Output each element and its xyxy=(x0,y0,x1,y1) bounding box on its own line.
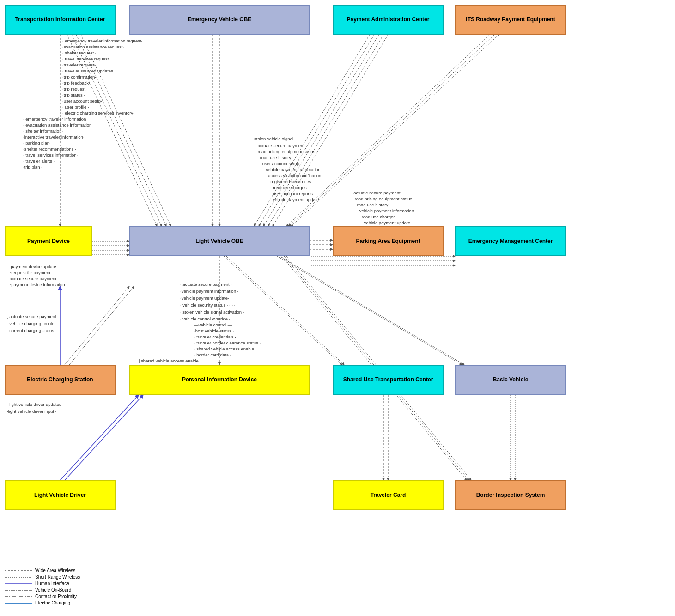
label-stolen-vehicle: stolen vehicle signal xyxy=(254,136,293,141)
legend-electric-charging: Electric Charging xyxy=(5,600,80,605)
label-veh-payment-info: · vehicle payment information · xyxy=(263,167,323,172)
label-lvd-input: ·light vehicle driver input · xyxy=(7,409,56,414)
node-pd: Payment Device xyxy=(5,226,92,256)
label-interactive-trav: ·interactive traveler information· xyxy=(23,134,85,139)
label-stolen-veh-sig: · stolen vehicle signal activation · xyxy=(180,309,244,314)
legend-label-wide-area: Wide Area Wireless xyxy=(35,568,75,573)
label-user-acct-setup2: ·user account setup · xyxy=(261,161,302,166)
label-pd-update: · payment device update— xyxy=(8,264,61,269)
legend-label-contact: Contact or Proximity xyxy=(35,594,77,599)
label-access-violation: · access violation notification · xyxy=(266,173,324,178)
node-pd-label: Payment Device xyxy=(27,238,70,245)
label-registered-ids: · registered secureIDs · xyxy=(268,179,313,184)
label-trav-cred: · traveler credentials · xyxy=(194,334,236,339)
label-veh-payment-upd: · vehicle payment update · xyxy=(270,197,322,202)
node-bv: Basic Vehicle xyxy=(455,365,566,395)
node-bis-label: Border Inspection System xyxy=(476,492,545,499)
label-traveler-sourced: · traveler sourced updates xyxy=(62,68,113,73)
legend: Wide Area Wireless Short Range Wireless … xyxy=(5,568,80,607)
svg-line-31 xyxy=(277,256,462,365)
label-parking-plan: · parking plan· xyxy=(23,140,51,145)
label-actuate-sec4: ; actuate secure payment· xyxy=(7,314,57,319)
legend-label-short-range: Short Range Wireless xyxy=(35,574,80,580)
label-lvd-updates: · light vehicle driver updates · xyxy=(7,402,64,407)
label-road-use-charges: · road use charges · xyxy=(270,185,309,190)
label-trip-status: ·trip status · xyxy=(62,92,85,97)
svg-line-26 xyxy=(65,286,129,365)
diagram-container: · emergency traveler information request… xyxy=(0,0,675,616)
svg-line-36 xyxy=(60,395,139,480)
node-bis: Border Inspection System xyxy=(455,480,566,510)
label-road-use-chg2: ·road use charges · xyxy=(360,214,398,219)
node-lvd: Light Vehicle Driver xyxy=(5,480,116,510)
label-actuate-pay: ·actuate secure payment· xyxy=(8,276,58,281)
legend-label-human: Human Interface xyxy=(35,581,69,586)
label-border-clear: · traveler border clearance status · xyxy=(194,340,261,345)
label-current-charging: · current charging status xyxy=(7,328,54,333)
node-lvo-label: Light Vehicle OBE xyxy=(195,238,243,245)
legend-human-interface: Human Interface xyxy=(5,581,80,586)
node-pae-label: Parking Area Equipment xyxy=(356,238,420,245)
node-irpe-label: ITS Roadway Payment Equipment xyxy=(466,16,555,24)
label-travel-services-info: · travel services information· xyxy=(23,152,78,157)
node-emc: Emergency Management Center xyxy=(455,226,566,256)
node-tic-label: Transportation Information Center xyxy=(15,16,105,24)
label-road-pricing2: ·road pricing equipment status · xyxy=(353,196,415,201)
label-veh-pay-info3: ·vehicle payment information · xyxy=(180,289,238,294)
node-lvd-label: Light Vehicle Driver xyxy=(34,492,86,499)
node-pid-label: Personal Information Device xyxy=(182,376,257,384)
legend-label-electric: Electric Charging xyxy=(35,600,70,605)
label-actuate-secure2: · actuate secure payment · xyxy=(351,190,403,195)
node-pid: Personal Information Device xyxy=(129,365,310,395)
label-travel-services-req: · travel services request· xyxy=(62,56,110,61)
node-evo-label: Emergency Vehicle OBE xyxy=(188,16,252,24)
label-shared-access2: | shared vehicle access enable xyxy=(139,358,199,363)
label-road-use-hist2: ·road use history · xyxy=(356,202,391,207)
label-shared-access: · shared vehicle access enable xyxy=(194,346,254,351)
label-road-pricing-status: ·road pricing equipment status · xyxy=(256,149,318,154)
label-evacuation-req: ·evacuation assistance request· xyxy=(62,44,124,49)
node-ecs-label: Electric Charging Station xyxy=(27,376,93,384)
label-veh-sec-status: · vehicle security status · · · · · xyxy=(180,302,238,308)
label-user-profile: · user profile · xyxy=(62,104,89,109)
label-actuate-secure: ·actuate secure payment · xyxy=(256,143,307,148)
node-tic: Transportation Information Center xyxy=(5,5,116,35)
label-shelter-info: · shelter information· xyxy=(23,128,63,133)
label-veh-pay-upd2: ·vehicle payment update· xyxy=(363,220,412,225)
label-actuate-sec3: · actuate secure payment · xyxy=(180,282,232,287)
label-traveler-alerts: · traveler alerts · xyxy=(23,158,55,163)
label-veh-pay-upd3: ·vehicle payment update· xyxy=(180,296,229,301)
node-ecs: Electric Charging Station xyxy=(5,365,116,395)
legend-short-range: Short Range Wireless xyxy=(5,574,80,580)
label-evac-assist-info: · evacuation assistance information xyxy=(23,122,91,127)
label-trip-req: ·trip request· xyxy=(62,86,87,91)
label-req-payment: ·*request for payment· xyxy=(8,270,51,275)
label-emergency-traveler-req: · emergency traveler information request… xyxy=(62,38,142,43)
node-pae: Parking Area Equipment xyxy=(333,226,444,256)
label-shelter-rec: ·shelter recommendations · xyxy=(23,146,76,151)
label-veh-charging: · vehicle charging profile· xyxy=(7,321,55,326)
label-user-account: ·user account setup· xyxy=(62,98,102,103)
label-road-use-hist: ·road use history · xyxy=(259,155,294,160)
label-veh-ctrl: —vehicle control — xyxy=(194,322,232,327)
node-tc: Traveler Card xyxy=(333,480,444,510)
node-irpe: ITS Roadway Payment Equipment xyxy=(455,5,566,35)
label-user-acct-reports: · user account reports · xyxy=(270,191,315,196)
connection-lines xyxy=(0,0,675,616)
node-tc-label: Traveler Card xyxy=(371,492,406,499)
label-shelter-req: · shelter request · xyxy=(62,50,96,55)
label-trip-confirm: ·trip confirmation· xyxy=(62,74,96,79)
svg-line-27 xyxy=(69,286,134,365)
legend-contact-proximity: Contact or Proximity xyxy=(5,594,80,599)
node-pac: Payment Administration Center xyxy=(333,5,444,35)
label-border-card: · border card data · xyxy=(194,352,231,357)
svg-line-37 xyxy=(65,395,143,480)
label-trip-feedback: ·trip feedback· xyxy=(62,80,90,85)
node-pac-label: Payment Administration Center xyxy=(347,16,430,24)
label-veh-ctrl-override: · vehicle control override · xyxy=(180,316,230,321)
legend-wide-area-wireless: Wide Area Wireless xyxy=(5,568,80,573)
svg-line-32 xyxy=(280,256,464,365)
node-lvo: Light Vehicle OBE xyxy=(129,226,310,256)
label-ecs-inventory: · electric charging services inventory· xyxy=(62,110,134,115)
node-evo: Emergency Vehicle OBE xyxy=(129,5,310,35)
